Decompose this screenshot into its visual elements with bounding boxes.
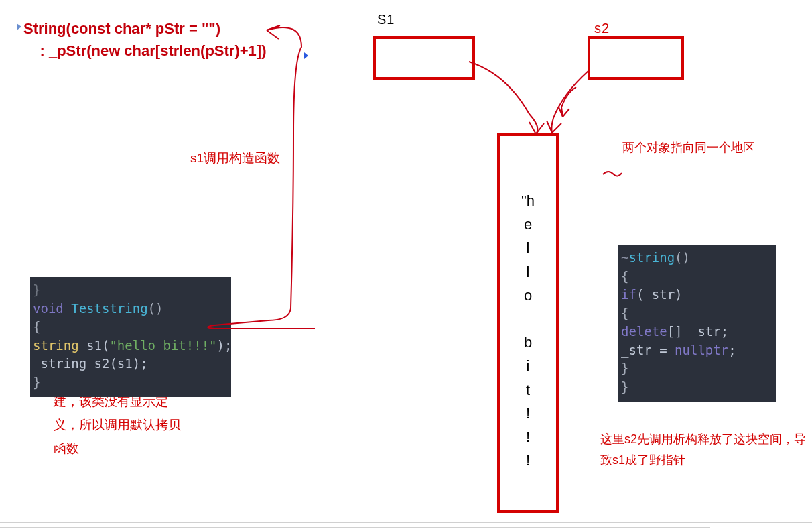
divider [0, 522, 812, 523]
annotation-dtor: 这里s2先调用析构释放了这块空间，导致s1成了野指针 [600, 429, 812, 470]
constructor-signature: String(const char* pStr = "") : _pStr(ne… [23, 17, 372, 62]
ctor-line1-str: "" [202, 20, 216, 37]
dtor-paren: () [675, 250, 690, 265]
kw-delete: delete [621, 324, 667, 339]
semi: ; [728, 343, 736, 357]
var-s1: s1( [79, 338, 110, 353]
divider [0, 527, 710, 528]
label-s2: s2 [594, 21, 610, 36]
ctor-line2-em: 1 [249, 42, 257, 59]
if-cond: (_str) [636, 287, 683, 302]
ctor-line2-post: ]) [257, 42, 267, 59]
label-s1: S1 [377, 12, 395, 27]
dtor-name: string [628, 250, 675, 265]
ctor-line1-post: ) [216, 20, 220, 37]
object-box-s1 [373, 36, 475, 80]
fn-teststring: Teststring [64, 301, 148, 316]
tilde-icon: ~ [621, 250, 628, 265]
dtor-open: { [621, 269, 628, 284]
annotation-s1-ctor: s1调用构造函数 [190, 146, 280, 170]
ctor-line1-pre: String(const char* pStr = [23, 20, 202, 37]
if-close: } [621, 361, 628, 375]
text-caret-icon [304, 52, 308, 59]
kw-if: if [621, 287, 636, 302]
brace-open: { [33, 319, 40, 334]
kw-void: void [33, 301, 64, 316]
type-string: string [33, 338, 79, 353]
paren: () [148, 301, 163, 316]
ctor-line2-pre: : _pStr(new char[strlen(pStr)+ [40, 42, 248, 59]
bullet-icon [17, 23, 21, 30]
kw-nullptr: nullptr [675, 343, 728, 357]
if-open: { [621, 306, 628, 320]
code-block-teststring: } void Teststring() { string s1("hello b… [30, 277, 231, 397]
delete-rest: [] _str; [667, 324, 729, 339]
annotation-same-region: 两个对象指向同一个地区 [622, 137, 763, 158]
string-literal: "hello bit!!!" [109, 338, 216, 353]
dtor-close: } [621, 379, 628, 394]
heap-content: "hellobit!!! [497, 189, 559, 472]
assign-lhs: _str = [621, 343, 675, 357]
end1: ); [217, 338, 232, 353]
brace-close: } [33, 375, 40, 390]
object-box-s2 [588, 36, 684, 80]
code-block-destructor: ~string() { if(_str) { delete[] _str; _s… [618, 245, 776, 402]
line-s2: string s2(s1); [33, 356, 148, 371]
